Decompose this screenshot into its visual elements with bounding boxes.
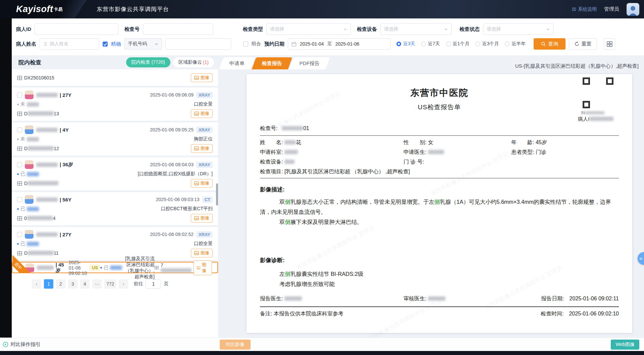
radio-icon bbox=[421, 42, 426, 46]
appoint-date-label: 预约日期 bbox=[264, 41, 284, 47]
accession-number: D12 bbox=[24, 146, 59, 151]
report-doc-title: US检查报告单 bbox=[260, 103, 619, 112]
search-filter-panel: 病人ID 检查号 检查类型 请选择 检查设备 请选择 检查状态 请选择 病人姓名 bbox=[0, 18, 644, 55]
exam-time-field: 检查时间: 2025-01-06 09:02:10 bbox=[504, 310, 619, 317]
field-sex: 性 别: 女 bbox=[404, 139, 511, 146]
list-item-partial[interactable]: DX250106015 图像 bbox=[12, 69, 218, 87]
patient-name-label: 病人姓名 bbox=[16, 41, 36, 47]
exam-type-select[interactable]: 请选择 bbox=[266, 23, 351, 35]
report-document: 东营市中医院 US检查报告单 扫 病人I 检查号: 01 bbox=[247, 74, 632, 333]
hospital-name: 东营市中医院 bbox=[260, 87, 619, 99]
exam-status-select[interactable]: 请选择 bbox=[483, 23, 553, 35]
film-icon bbox=[155, 265, 159, 270]
item-checkbox[interactable] bbox=[17, 197, 22, 202]
current-user: 管理员 bbox=[604, 6, 619, 12]
panel-resize-handle[interactable] bbox=[216, 183, 218, 205]
page-unit: 页 bbox=[164, 281, 168, 287]
image-button[interactable]: 图像 bbox=[191, 179, 213, 188]
list-item-selected[interactable]: | 45岁 2025-01-06 09:02:10 US 已 [乳腺及其引流区淋… bbox=[12, 262, 218, 273]
quick-range-7d[interactable]: 近7天 bbox=[421, 41, 440, 47]
image-button[interactable]: 图像 bbox=[194, 260, 212, 275]
left-edge-strip bbox=[0, 18, 12, 338]
redacted-name bbox=[37, 265, 54, 270]
quick-range-3m[interactable]: 近3个月 bbox=[475, 41, 499, 47]
film-icon bbox=[17, 76, 22, 80]
exam-time: 2025-01-06 09:06:09 bbox=[150, 92, 194, 98]
quick-range-6m[interactable]: 近半年 bbox=[505, 41, 526, 47]
tab-exam-report[interactable]: 检查报告 bbox=[252, 57, 292, 69]
page-button-3[interactable]: 3 bbox=[68, 279, 77, 289]
image-button[interactable]: 图像 bbox=[191, 214, 213, 223]
list-item[interactable]: | 4Y 2025-01-06 09:05:25 XRAY 未 胸部正位 D12 bbox=[12, 122, 218, 157]
quick-range-3d[interactable]: 近3天 bbox=[396, 41, 415, 47]
page-button-772[interactable]: 772 bbox=[104, 279, 116, 289]
patient-id-input[interactable] bbox=[35, 23, 118, 35]
exam-no-input[interactable] bbox=[143, 23, 213, 35]
page-button-2[interactable]: 2 bbox=[56, 279, 65, 289]
logo-text: Kayisoft bbox=[16, 4, 53, 14]
diag-section-label: 影像诊断: bbox=[260, 256, 619, 264]
film-icon bbox=[17, 251, 22, 255]
search-icon bbox=[541, 42, 546, 46]
chevron-down-icon bbox=[444, 27, 448, 31]
item-checkbox[interactable] bbox=[17, 162, 22, 167]
page-ellipsis[interactable]: ··· bbox=[92, 279, 102, 289]
exam-device-select[interactable]: 请选择 bbox=[380, 23, 451, 35]
modality-badge: XRAY bbox=[196, 92, 213, 98]
exam-name: 口腔全景 bbox=[194, 101, 213, 107]
film-icon bbox=[17, 112, 22, 116]
exact-match-checkbox[interactable] bbox=[103, 42, 108, 47]
divider bbox=[260, 178, 619, 178]
field-name: 姓 名: 花 bbox=[260, 139, 404, 146]
next-page-button[interactable]: › bbox=[119, 279, 128, 289]
exam-time: 2025-01-06 09:03:13 bbox=[156, 197, 200, 202]
patient-name-input[interactable]: 病人姓名 bbox=[40, 38, 99, 50]
system-help-link[interactable]: 系统说明 bbox=[572, 6, 597, 12]
divider bbox=[260, 306, 619, 307]
user-avatar[interactable] bbox=[627, 3, 639, 16]
image-button[interactable]: 图像 bbox=[191, 249, 213, 257]
prev-page-button[interactable]: ‹ bbox=[32, 279, 41, 289]
list-item[interactable]: | 27Y 2025-01-06 09:02:52 XRAY 已 口腔全景 D1… bbox=[12, 227, 218, 262]
quick-range-1m[interactable]: 近1个月 bbox=[446, 41, 470, 47]
list-item[interactable]: | 36岁 2025-01-06 09:04:03 XRAY 已 [口腔曲面断层… bbox=[12, 157, 218, 192]
selected-ribbon: 选中 bbox=[12, 255, 30, 273]
page-button-1[interactable]: 1 bbox=[44, 279, 53, 289]
list-item[interactable]: | 27Y 2025-01-06 09:06:09 XRAY 未 口腔全景 D1… bbox=[12, 87, 218, 122]
page-button-4[interactable]: 4 bbox=[80, 279, 90, 289]
report-viewer: 东营市影像云共享调阅平台 管理员 东营市影像云共享调阅平台 管理员 东营市影像云… bbox=[218, 69, 644, 338]
chevron-down-icon bbox=[343, 27, 347, 31]
accession-number: DX250106015 bbox=[24, 75, 54, 80]
phone-input[interactable] bbox=[165, 38, 231, 50]
tab-regional-cloud[interactable]: 区域影像云 (1) bbox=[173, 57, 214, 67]
compare-guide-link[interactable]: 对比操作指引 bbox=[0, 341, 41, 348]
modality-badge: CT bbox=[202, 196, 213, 203]
date-range-input[interactable]: 2025-01-04 至 2025-01-06 bbox=[288, 38, 390, 50]
phone-select[interactable]: 手机号码 bbox=[124, 38, 162, 50]
layout-toggle-button[interactable] bbox=[604, 38, 615, 50]
film-icon bbox=[17, 181, 22, 186]
qr-block: 扫 病人I bbox=[578, 77, 618, 122]
item-checkbox[interactable] bbox=[17, 127, 22, 132]
tab-hospital-exams[interactable]: 院内检查 (7720) bbox=[126, 57, 170, 67]
report-status: 未 bbox=[17, 136, 39, 142]
item-checkbox[interactable] bbox=[17, 93, 22, 98]
combo-label: 组合 bbox=[252, 41, 261, 47]
web-image-button[interactable]: Web图像 bbox=[611, 340, 639, 350]
combo-checkbox[interactable] bbox=[243, 42, 248, 47]
compare-images-button[interactable]: 对比影像 bbox=[220, 340, 251, 350]
goto-page-input[interactable]: 1 bbox=[146, 279, 161, 289]
reset-button[interactable]: 重置 bbox=[569, 38, 597, 50]
item-checkbox[interactable] bbox=[17, 232, 22, 237]
tab-request-form[interactable]: 申请单 bbox=[219, 57, 255, 69]
logo: Kayisoft 卡易 bbox=[0, 0, 87, 18]
search-button[interactable]: 查询 bbox=[534, 38, 566, 50]
redacted-name bbox=[36, 197, 58, 202]
list-item[interactable]: | 56Y 2025-01-06 09:03:13 CT 已 口腔CBCT锥形束… bbox=[12, 192, 218, 227]
image-button[interactable]: 图像 bbox=[191, 144, 213, 153]
tab-pdf-report[interactable]: PDF报告 bbox=[289, 57, 330, 69]
image-button[interactable]: 图像 bbox=[191, 109, 213, 118]
image-button[interactable]: 图像 bbox=[191, 73, 213, 82]
accession-number: 04 bbox=[24, 216, 56, 221]
qr-caption: 扫 bbox=[578, 110, 618, 115]
